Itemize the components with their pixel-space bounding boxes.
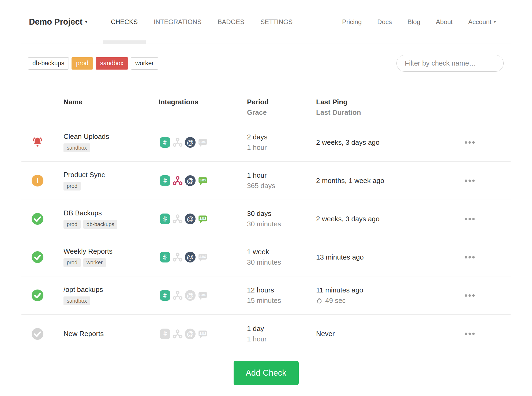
nav-link-pricing[interactable]: Pricing: [334, 18, 369, 26]
sms-icon[interactable]: SMS: [197, 137, 208, 148]
slack-icon[interactable]: #: [160, 290, 170, 301]
status-new-check-icon: [32, 328, 43, 340]
row-menu-button[interactable]: [465, 216, 475, 222]
slack-icon[interactable]: #: [160, 329, 170, 339]
header-grace: Grace: [247, 108, 316, 117]
check-name[interactable]: DB Backups: [63, 209, 159, 217]
integrations-cell: # @ SMS: [159, 329, 247, 339]
period-value: 30 days: [247, 210, 316, 218]
tab-integrations[interactable]: INTEGRATIONS: [146, 0, 209, 44]
period-value: 1 hour: [247, 171, 316, 180]
grace-value: 30 minutes: [247, 220, 316, 228]
check-name[interactable]: Clean Uploads: [63, 132, 159, 141]
check-name-filter-input[interactable]: [396, 55, 504, 72]
period-cell: 1 day 1 hour: [247, 325, 316, 343]
table-row: ! Product Sync prod # @ SMS 1 hou: [21, 162, 511, 200]
sms-icon[interactable]: SMS: [197, 175, 208, 186]
check-name[interactable]: /opt backups: [63, 285, 159, 294]
tab-badges[interactable]: BADGES: [209, 0, 252, 44]
slack-icon[interactable]: #: [160, 137, 170, 148]
webhook-icon[interactable]: [172, 137, 183, 148]
last-ping-value: 2 weeks, 3 days ago: [316, 215, 465, 223]
filter-row: db-backups prod sandbox worker: [21, 55, 511, 72]
row-menu-button[interactable]: [465, 140, 475, 145]
email-icon[interactable]: @: [185, 329, 196, 339]
sms-icon[interactable]: SMS: [197, 214, 208, 224]
email-icon[interactable]: @: [185, 290, 196, 301]
integrations-cell: # @ SMS: [159, 214, 247, 224]
menu-cell: [465, 293, 511, 298]
email-icon[interactable]: @: [185, 214, 196, 224]
tab-checks[interactable]: CHECKS: [103, 0, 146, 44]
name-cell: New Reports: [63, 330, 159, 338]
check-name[interactable]: Product Sync: [63, 171, 159, 179]
project-switcher[interactable]: Demo Project ▾: [29, 0, 87, 44]
nav-link-about[interactable]: About: [428, 18, 460, 26]
row-menu-button[interactable]: [465, 331, 475, 337]
filter-tag-prod[interactable]: prod: [72, 57, 93, 70]
period-cell: 2 days 1 hour: [247, 133, 316, 152]
grace-value: 1 hour: [247, 143, 316, 152]
period-cell: 1 hour 365 days: [247, 171, 316, 190]
header-name: Name: [63, 98, 159, 106]
check-tags: prod db-backups: [63, 220, 159, 229]
menu-cell: [465, 140, 511, 145]
check-name[interactable]: New Reports: [63, 330, 159, 338]
check-name[interactable]: Weekly Reports: [63, 247, 159, 256]
sms-icon[interactable]: SMS: [197, 329, 208, 339]
tab-settings[interactable]: SETTINGS: [252, 0, 301, 44]
filter-tag-worker[interactable]: worker: [131, 57, 158, 70]
row-menu-button[interactable]: [465, 293, 475, 298]
tag-label: db-backups: [83, 220, 117, 229]
tag-label: sandbox: [63, 143, 90, 152]
last-ping-cell: 2 weeks, 3 days ago: [316, 138, 465, 147]
webhook-icon[interactable]: [172, 290, 183, 301]
status-cell: !: [21, 175, 63, 186]
status-cell: !: [21, 328, 63, 340]
table-row: ! DB Backups prod db-backups # @ SMS: [21, 200, 511, 238]
svg-text:SMS: SMS: [199, 332, 206, 335]
integrations-cell: # @ SMS: [159, 137, 247, 148]
filter-tag-db-backups[interactable]: db-backups: [28, 57, 69, 70]
email-icon[interactable]: @: [185, 137, 196, 148]
table-row: ! /opt backups sandbox # @ SMS 12: [21, 276, 511, 315]
nav-link-docs[interactable]: Docs: [369, 18, 400, 26]
account-menu[interactable]: Account ▾: [460, 18, 504, 26]
last-ping-value: Never: [316, 330, 465, 338]
slack-icon[interactable]: #: [160, 214, 170, 224]
period-cell: 30 days 30 minutes: [247, 210, 316, 228]
grace-value: 30 minutes: [247, 258, 316, 266]
row-menu-button[interactable]: [465, 178, 475, 184]
row-menu-button[interactable]: [465, 254, 475, 260]
tag-label: worker: [83, 258, 106, 267]
last-duration-value: 49 sec: [325, 296, 346, 305]
table-header: Name Integrations Period Grace Last Ping…: [21, 98, 511, 123]
sms-icon[interactable]: SMS: [197, 290, 208, 301]
last-ping-cell: 2 weeks, 3 days ago: [316, 215, 465, 223]
status-cell: !: [21, 251, 63, 263]
status-cell: !: [21, 213, 63, 225]
grace-value: 1 hour: [247, 335, 316, 343]
status-cell: !: [21, 136, 63, 148]
tag-label: prod: [63, 182, 81, 191]
filter-tag-sandbox[interactable]: sandbox: [96, 57, 128, 70]
webhook-icon[interactable]: [172, 252, 183, 262]
slack-icon[interactable]: #: [160, 175, 170, 186]
add-check-button[interactable]: Add Check: [234, 361, 299, 385]
status-up-check-icon: [32, 213, 43, 225]
slack-icon[interactable]: #: [160, 252, 170, 262]
tag-filters: db-backups prod sandbox worker: [28, 57, 158, 70]
navbar: Demo Project ▾ CHECKS INTEGRATIONS BADGE…: [21, 0, 511, 44]
nav-link-blog[interactable]: Blog: [400, 18, 428, 26]
webhook-icon[interactable]: [172, 329, 183, 339]
email-icon[interactable]: @: [185, 252, 196, 262]
period-value: 12 hours: [247, 286, 316, 294]
chevron-down-icon: ▾: [494, 20, 496, 24]
last-ping-cell: 11 minutes ago 49 sec: [316, 286, 465, 305]
sms-icon[interactable]: SMS: [197, 252, 208, 262]
webhook-icon[interactable]: [172, 175, 183, 186]
grace-value: 365 days: [247, 182, 316, 190]
last-ping-value: 11 minutes ago: [316, 286, 465, 294]
webhook-icon[interactable]: [172, 214, 183, 224]
email-icon[interactable]: @: [185, 175, 196, 186]
